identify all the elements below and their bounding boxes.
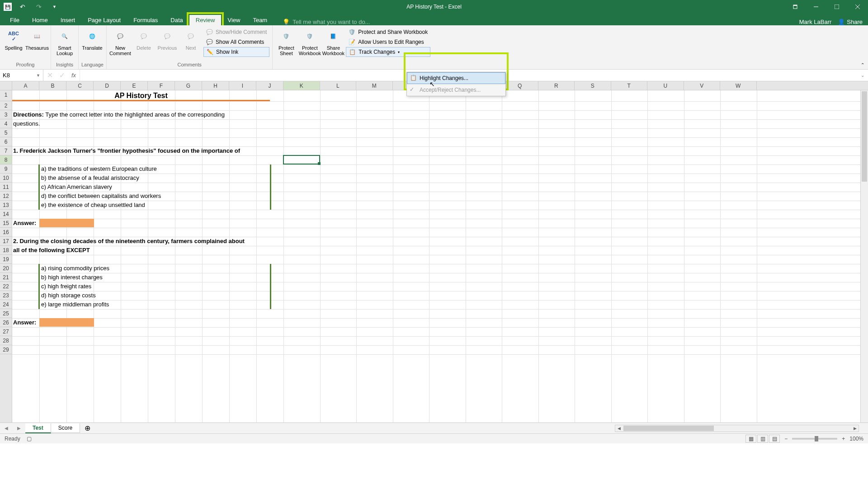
tab-team[interactable]: Team <box>246 15 274 25</box>
zoom-slider[interactable] <box>792 438 837 440</box>
protect-sheet-button[interactable]: 🛡️ Protect Sheet <box>275 27 297 58</box>
row-header-12[interactable]: 12 <box>0 192 12 201</box>
row-header-29[interactable]: 29 <box>0 345 12 354</box>
undo-button[interactable]: ↶ <box>17 3 28 10</box>
user-name[interactable]: Mark LaBarr <box>799 19 832 25</box>
row-header-19[interactable]: 19 <box>0 255 12 264</box>
smart-lookup-button[interactable]: 🔍 Smart Lookup <box>54 27 75 58</box>
row-header-24[interactable]: 24 <box>0 300 12 309</box>
row-header-17[interactable]: 17 <box>0 237 12 246</box>
row-header-2[interactable]: 2 <box>0 101 12 110</box>
page-layout-view-button[interactable]: ▥ <box>757 435 768 443</box>
tab-data[interactable]: Data <box>164 15 189 25</box>
zoom-out-button[interactable]: − <box>784 436 788 442</box>
col-header-U[interactable]: U <box>647 81 684 90</box>
col-header-W[interactable]: W <box>720 81 757 90</box>
row-header-11[interactable]: 11 <box>0 183 12 192</box>
tab-insert[interactable]: Insert <box>54 15 82 25</box>
row-header-1[interactable]: 1 <box>0 90 12 101</box>
col-header-L[interactable]: L <box>320 81 357 90</box>
row-header-8[interactable]: 8 <box>0 155 12 164</box>
ribbon-display-options[interactable] <box>785 0 806 14</box>
spelling-button[interactable]: ABC✓ Spelling <box>3 27 24 52</box>
hscroll-thumb[interactable] <box>623 426 714 431</box>
col-header-S[interactable]: S <box>575 81 611 90</box>
col-header-K[interactable]: K <box>283 81 320 90</box>
sheet-nav-next[interactable]: ▶ <box>13 426 25 431</box>
show-all-comments-button[interactable]: 💬 Show All Comments <box>203 37 269 47</box>
col-header-R[interactable]: R <box>538 81 575 90</box>
fill-handle[interactable] <box>318 162 321 165</box>
fx-icon[interactable]: fx <box>71 72 76 79</box>
protect-workbook-button[interactable]: 🛡️ Protect Workbook <box>299 27 321 58</box>
expand-formula-bar[interactable]: ⌄ <box>857 73 868 78</box>
row-header-14[interactable]: 14 <box>0 210 12 219</box>
row-header-18[interactable]: 18 <box>0 246 12 255</box>
save-icon[interactable]: 💾 <box>4 3 12 11</box>
page-break-view-button[interactable]: ▤ <box>769 435 780 443</box>
new-comment-button[interactable]: 💬 New Comment <box>109 27 131 58</box>
share-workbook-button[interactable]: 📘 Share Workbook <box>322 27 344 58</box>
name-box[interactable]: K8 ▼ <box>0 70 43 81</box>
row-header-21[interactable]: 21 <box>0 273 12 282</box>
row-header-22[interactable]: 22 <box>0 282 12 291</box>
row-header-20[interactable]: 20 <box>0 264 12 273</box>
col-header-H[interactable]: H <box>202 81 229 90</box>
row-header-28[interactable]: 28 <box>0 336 12 345</box>
selected-cell[interactable] <box>283 155 320 164</box>
col-header-I[interactable]: I <box>229 81 256 90</box>
horizontal-scrollbar[interactable]: ◀ ▶ <box>615 425 859 432</box>
row-header-25[interactable]: 25 <box>0 309 12 318</box>
row-header-26[interactable]: 26 <box>0 318 12 327</box>
row-header-27[interactable]: 27 <box>0 327 12 336</box>
select-all-corner[interactable] <box>0 81 12 90</box>
allow-users-edit-button[interactable]: 📝 Allow Users to Edit Ranges <box>346 37 430 47</box>
spreadsheet-grid[interactable]: ABCDEFGHIJKLMNOPQRSTUVW 1234567891011121… <box>0 81 868 422</box>
tab-review[interactable]: Review <box>189 15 222 25</box>
row-header-13[interactable]: 13 <box>0 201 12 210</box>
row-header-9[interactable]: 9 <box>0 164 12 174</box>
answer-box-2[interactable] <box>39 318 94 327</box>
col-header-V[interactable]: V <box>684 81 721 90</box>
macro-record-icon[interactable]: ▢ <box>27 436 32 442</box>
tab-formulas[interactable]: Formulas <box>127 15 164 25</box>
sheet-tab-score[interactable]: Score <box>51 423 80 433</box>
collapse-ribbon-button[interactable]: ⌃ <box>861 62 864 67</box>
protect-share-workbook-button[interactable]: 🛡️ Protect and Share Workbook <box>346 27 430 37</box>
hscroll-left[interactable]: ◀ <box>615 425 623 432</box>
row-header-15[interactable]: 15 <box>0 219 12 228</box>
show-ink-button[interactable]: ✏️ Show Ink <box>203 47 269 57</box>
col-header-T[interactable]: T <box>611 81 648 90</box>
thesaurus-button[interactable]: 📖 Thesaurus <box>26 27 48 52</box>
zoom-level[interactable]: 100% <box>849 436 863 442</box>
sheet-tab-test[interactable]: Test <box>25 423 51 433</box>
row-header-4[interactable]: 4 <box>0 119 12 128</box>
row-header-6[interactable]: 6 <box>0 137 12 146</box>
add-sheet-button[interactable]: ⊕ <box>80 424 95 432</box>
tell-me-search[interactable]: 💡 Tell me what you want to do... <box>283 19 370 25</box>
hscroll-right[interactable]: ▶ <box>851 425 859 432</box>
answer-box-1[interactable] <box>39 219 94 227</box>
translate-button[interactable]: 🌐 Translate <box>81 27 103 52</box>
col-header-F[interactable]: F <box>148 81 175 90</box>
row-header-3[interactable]: 3 <box>0 110 12 119</box>
redo-button[interactable]: ↷ <box>33 3 44 10</box>
row-header-16[interactable]: 16 <box>0 228 12 237</box>
row-header-23[interactable]: 23 <box>0 291 12 300</box>
chevron-down-icon[interactable]: ▼ <box>36 73 40 78</box>
maximize-button[interactable] <box>826 0 847 14</box>
col-header-E[interactable]: E <box>121 81 148 90</box>
col-header-G[interactable]: G <box>175 81 202 90</box>
tab-home[interactable]: Home <box>26 15 54 25</box>
close-button[interactable] <box>847 0 868 14</box>
tab-file[interactable]: File <box>4 15 26 25</box>
row-header-5[interactable]: 5 <box>0 128 12 137</box>
col-header-D[interactable]: D <box>94 81 121 90</box>
tab-page-layout[interactable]: Page Layout <box>81 15 127 25</box>
col-header-B[interactable]: B <box>39 81 66 90</box>
normal-view-button[interactable]: ▦ <box>745 435 756 443</box>
col-header-J[interactable]: J <box>256 81 283 90</box>
col-header-C[interactable]: C <box>66 81 94 90</box>
sheet-nav-prev[interactable]: ◀ <box>0 426 13 431</box>
col-header-M[interactable]: M <box>356 81 393 90</box>
